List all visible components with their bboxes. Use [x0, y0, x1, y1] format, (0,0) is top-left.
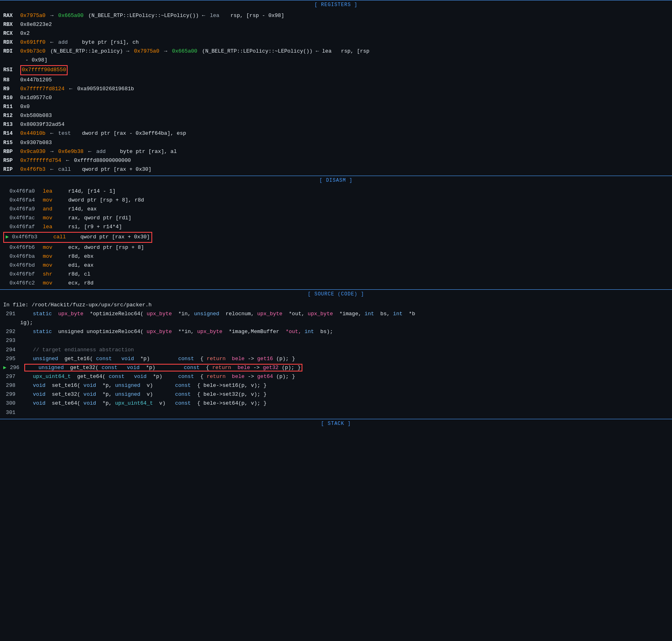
source-file-line: In file: /root/Hackit/fuzz-upx/upx/src/p…: [3, 301, 669, 310]
source-line-295: 295 unsigned get_te16( const void *p) co…: [3, 354, 669, 363]
reg-rbx: RBX 0x8e8223e2: [3, 20, 669, 29]
disasm-row-0: 0x4f6fa0 lea r14d, [r14 - 1]: [3, 187, 669, 196]
source-line-300: 300 void set_te64( void *p, upx_uint64_t…: [3, 399, 669, 408]
reg-r9: R9 0x7ffff7fd8124 ← 0xa90591026819681b: [3, 85, 669, 93]
reg-r13: R13 0x80039f32ad54: [3, 120, 669, 129]
source-line-291-cont: ig);: [3, 318, 669, 327]
source-header: [ SOURCE (CODE) ]: [0, 289, 672, 299]
disasm-row-10: 0x4f6fc2 mov ecx, r8d: [3, 279, 669, 288]
source-line-292: 292 static unsigned unoptimizeReloc64( u…: [3, 327, 669, 336]
disasm-panel: [ DISASM ] 0x4f6fa0 lea r14d, [r14 - 1] …: [0, 176, 672, 289]
source-line-299: 299 void set_te32( void *p, unsigned v) …: [3, 390, 669, 399]
registers-header: [ REGISTERS ]: [0, 0, 672, 10]
reg-r10: R10 0x1d9577c0: [3, 93, 669, 102]
source-panel: [ SOURCE (CODE) ] In file: /root/Hackit/…: [0, 289, 672, 418]
reg-rsi: RSI 0x7ffff90d8550: [3, 65, 669, 75]
disasm-row-current: ▶ 0x4f6fb3 call qword ptr [rax + 0x30]: [3, 232, 152, 242]
disasm-row-1: 0x4f6fa4 mov dword ptr [rsp + 8], r8d: [3, 196, 669, 205]
stack-panel: [ STACK ]: [0, 419, 672, 429]
reg-rip: RIP 0x4f6fb3 ← call qword ptr [rax + 0x3…: [3, 165, 669, 174]
reg-rbp: RBP 0x9ca030 → 0x6e9b38 ← add byte ptr […: [3, 147, 669, 156]
reg-rax: RAX 0x7975a0 → 0x665a00 (N_BELE_RTP::LEP…: [3, 11, 669, 20]
source-line-294: 294 // target endianness abstraction: [3, 346, 669, 354]
reg-rdi: RDI 0x9b73c0 (N_BELE_RTP::le_policy) → 0…: [3, 47, 669, 56]
disasm-row-9: 0x4f6fbf shr r8d, cl: [3, 270, 669, 279]
disasm-row-8: 0x4f6fbd mov edi, eax: [3, 261, 669, 270]
reg-rcx: RCX 0x2: [3, 29, 669, 38]
reg-r8: R8 0x447b1205: [3, 76, 669, 85]
source-line-297: 297 upx_uint64_t get_te64( const void *p…: [3, 372, 669, 381]
stack-header: [ STACK ]: [0, 419, 672, 429]
source-line-301: 301: [3, 408, 669, 417]
disasm-row-6: 0x4f6fb6 mov ecx, dword ptr [rsp + 8]: [3, 243, 669, 252]
source-line-296: ▶ 296 unsigned get_te32( const void *p) …: [3, 363, 669, 372]
disasm-header: [ DISASM ]: [0, 176, 672, 185]
reg-r15: R15 0x9307b083: [3, 138, 669, 147]
source-line-293: 293: [3, 336, 669, 345]
disasm-row-2: 0x4f6fa9 and r14d, eax: [3, 205, 669, 214]
reg-r11: R11 0x0: [3, 102, 669, 111]
disasm-row-3: 0x4f6fac mov rax, qword ptr [rdi]: [3, 214, 669, 223]
reg-rdi-cont: - 0x98]: [3, 56, 669, 65]
reg-r12: R12 0xb580b083: [3, 111, 669, 120]
source-line-298: 298 void set_te16( void *p, unsigned v) …: [3, 381, 669, 390]
play-src-icon: ▶: [3, 364, 6, 372]
reg-r14: R14 0x44010b ← test dword ptr [rax - 0x3…: [3, 129, 669, 138]
registers-panel: [ REGISTERS ] RAX 0x7975a0 → 0x665a00 (N…: [0, 0, 672, 176]
play-icon: ▶: [6, 233, 9, 241]
reg-rdx: RDX 0x691ff0 ← add byte ptr [rsi], ch: [3, 38, 669, 47]
disasm-row-4: 0x4f6faf lea rsi, [r9 + r14*4]: [3, 223, 669, 231]
source-line-291: 291 static upx_byte *optimizeReloc64( up…: [3, 310, 669, 318]
disasm-row-7: 0x4f6fba mov r8d, ebx: [3, 252, 669, 261]
reg-rsp: RSP 0x7ffffffd754 ← 0xffffd88000000000: [3, 156, 669, 165]
